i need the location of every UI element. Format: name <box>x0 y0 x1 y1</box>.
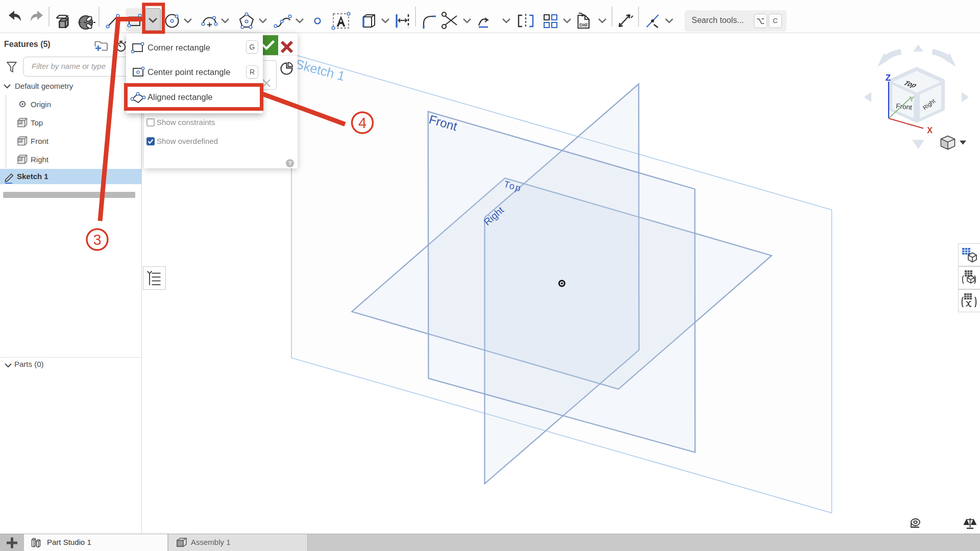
svg-text:Z: Z <box>886 73 891 83</box>
svg-text:X: X <box>927 126 933 135</box>
svg-text:DXF: DXF <box>579 22 589 28</box>
svg-text:Y: Y <box>909 94 914 103</box>
svg-text:?: ? <box>288 160 291 166</box>
